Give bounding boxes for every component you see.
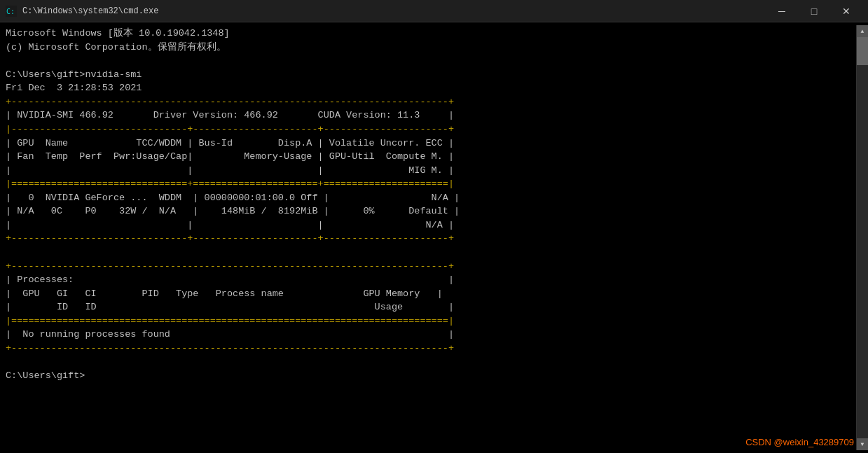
cmd-icon: C:: [6, 6, 17, 17]
line-proc-header: | Processes: |: [6, 273, 850, 287]
line-smi-header: | NVIDIA-SMI 466.92 Driver Version: 466.…: [6, 109, 850, 123]
line-gpu-row2: | N/A 0C P0 32W / N/A | 148MiB / 8192MiB…: [6, 204, 850, 218]
line-blank2: [6, 246, 850, 260]
line-border5: +---------------------------------------…: [6, 260, 850, 274]
line-blank1: [6, 54, 850, 68]
terminal-content[interactable]: Microsoft Windows [版本 10.0.19042.1348] (…: [0, 25, 856, 450]
line-border3: |===============================+=======…: [6, 177, 850, 191]
line-proc-col1: | GPU GI CI PID Type Process name GPU Me…: [6, 287, 850, 301]
window-title: C:\Windows\system32\cmd.exe: [22, 6, 158, 16]
close-button[interactable]: ✕: [830, 0, 862, 22]
line-border1: +---------------------------------------…: [6, 95, 850, 109]
line-proc-col2: | ID ID Usage |: [6, 300, 850, 314]
line-cmd-prompt: C:\Users\gift>nvidia-smi: [6, 68, 850, 82]
line-win-version2: (c) Microsoft Corporation。保留所有权利。: [6, 41, 850, 55]
scroll-up-button[interactable]: ▲: [857, 25, 869, 37]
line-gpu-header2: | Fan Temp Perf Pwr:Usage/Cap| Memory-Us…: [6, 150, 850, 164]
minimize-button[interactable]: ─: [766, 0, 798, 22]
output-area: Microsoft Windows [版本 10.0.19042.1348] (…: [6, 27, 850, 383]
line-border4: +-------------------------------+-------…: [6, 232, 850, 246]
line-gpu-row3: | | | N/A |: [6, 218, 850, 232]
line-blank3: [6, 356, 850, 370]
terminal-window: Microsoft Windows [版本 10.0.19042.1348] (…: [0, 22, 868, 453]
title-bar-left: C: C:\Windows\system32\cmd.exe: [6, 6, 158, 17]
line-border2: |-------------------------------+-------…: [6, 123, 850, 137]
line-border6: |=======================================…: [6, 314, 850, 328]
title-bar: C: C:\Windows\system32\cmd.exe ─ □ ✕: [0, 0, 868, 22]
line-prompt-end: C:\Users\gift>: [6, 369, 850, 383]
window-controls: ─ □ ✕: [766, 0, 862, 22]
scrollbar-thumb[interactable]: [857, 37, 868, 65]
scrollbar[interactable]: ▲ ▼: [856, 25, 868, 450]
maximize-button[interactable]: □: [798, 0, 830, 22]
scroll-down-button[interactable]: ▼: [857, 438, 869, 450]
line-border7: +---------------------------------------…: [6, 342, 850, 356]
line-gpu-header3: | | | MIG M. |: [6, 164, 850, 178]
line-date: Fri Dec 3 21:28:53 2021: [6, 81, 850, 95]
watermark: CSDN @weixin_43289709: [745, 437, 854, 447]
line-gpu-header1: | GPU Name TCC/WDDM | Bus-Id Disp.A | Vo…: [6, 137, 850, 151]
line-no-proc: | No running processes found |: [6, 328, 850, 342]
line-gpu-row1: | 0 NVIDIA GeForce ... WDDM | 00000000:0…: [6, 191, 850, 205]
svg-text:C:: C:: [6, 8, 15, 15]
scrollbar-track[interactable]: [857, 37, 868, 438]
line-win-version1: Microsoft Windows [版本 10.0.19042.1348]: [6, 27, 850, 41]
